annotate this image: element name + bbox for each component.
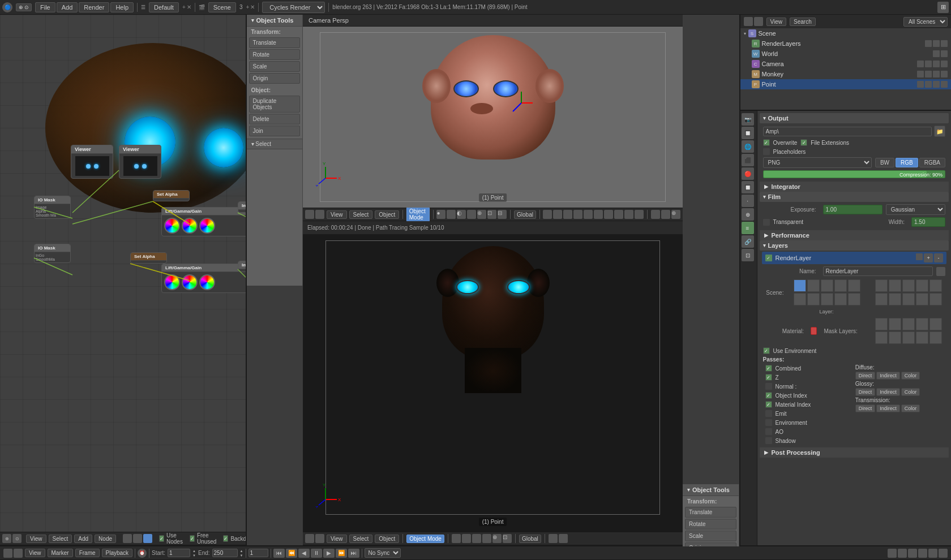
post-processing-header[interactable]: ▶ Post Processing xyxy=(760,447,949,458)
search-btn-outliner[interactable]: Search xyxy=(790,18,816,26)
folder-btn[interactable]: 📁 xyxy=(934,126,945,137)
m-layer-6[interactable] xyxy=(875,331,888,344)
global-selector-top[interactable]: Global xyxy=(514,210,536,219)
layer-6[interactable] xyxy=(594,210,603,219)
extra-2[interactable] xyxy=(661,210,670,219)
rl-add-btn[interactable]: + xyxy=(924,253,933,262)
compression-slider[interactable]: Compression: 90% xyxy=(763,170,946,178)
phys-prop-icon[interactable]: ⊕ xyxy=(742,208,754,221)
delete-btn-1[interactable]: Delete xyxy=(249,114,300,124)
translate-btn-2[interactable]: Translate xyxy=(685,507,736,518)
skip-start-btn[interactable]: ⏮ xyxy=(273,549,285,558)
tree-item-camera[interactable]: C Camera xyxy=(740,59,951,69)
tree-item-scene[interactable]: ▾ S Scene xyxy=(740,28,951,38)
width-slider[interactable]: 1.50 xyxy=(911,217,945,227)
m-layer-8[interactable] xyxy=(902,331,915,344)
filter-select[interactable]: Gaussian xyxy=(886,204,945,215)
output-header[interactable]: ▾ Output xyxy=(760,113,949,123)
layer-7[interactable] xyxy=(604,210,613,219)
disp-7[interactable]: ⊟ xyxy=(498,210,507,219)
output-path-input[interactable] xyxy=(763,127,932,136)
tex-prop-icon[interactable]: 🔲 xyxy=(742,181,754,193)
material-color[interactable] xyxy=(811,327,817,335)
view-btn-bottom[interactable]: View xyxy=(327,535,347,543)
global-selector-bottom[interactable]: Global xyxy=(519,535,541,543)
r-layer-9[interactable] xyxy=(916,293,928,305)
diffuse-direct-btn[interactable]: Direct xyxy=(855,372,876,380)
tree-item-renderlayers[interactable]: R RenderLayers xyxy=(740,38,951,49)
tl-r-icon-2[interactable] xyxy=(898,549,907,558)
performance-header[interactable]: ▶ Performance xyxy=(760,230,949,240)
vis-3[interactable] xyxy=(941,40,948,47)
extra-b2[interactable] xyxy=(559,534,568,543)
tree-item-point[interactable]: P Point xyxy=(740,79,951,89)
node-io-mask-1[interactable]: IO Mask Image Alpha Smooth Ma xyxy=(34,196,71,219)
help-menu[interactable]: Help xyxy=(110,2,134,12)
con-prop-icon[interactable]: 🔗 xyxy=(742,235,754,248)
join-btn-1[interactable]: Join xyxy=(249,126,300,136)
disp-3[interactable]: ◐ xyxy=(457,210,466,219)
vis-p2[interactable] xyxy=(925,81,932,88)
rgb-btn[interactable]: RGB xyxy=(896,158,918,167)
view-btn-top[interactable]: View xyxy=(327,210,347,219)
vp-b-icon-2[interactable] xyxy=(315,534,324,543)
node-viewer-2[interactable]: Viewer xyxy=(119,145,161,179)
vis-p3[interactable] xyxy=(933,81,940,88)
layer-5[interactable] xyxy=(584,210,593,219)
layers-header[interactable]: ▾ Layers xyxy=(760,240,949,251)
trans-indirect-btn[interactable]: Indirect xyxy=(876,404,900,412)
name-edit-btn[interactable] xyxy=(936,267,945,276)
m-layer-10[interactable] xyxy=(929,331,942,344)
z-check[interactable]: ✓ xyxy=(765,374,772,381)
free-unused-check[interactable]: ✓ xyxy=(190,535,195,542)
vis-w2[interactable] xyxy=(941,50,948,57)
rl-del-btn[interactable]: - xyxy=(934,253,943,262)
vis-m4[interactable] xyxy=(941,71,948,77)
tl-icon-1[interactable] xyxy=(3,549,12,558)
marker-btn-timeline[interactable]: Marker xyxy=(48,549,73,557)
part-prop-icon[interactable]: · xyxy=(742,195,754,207)
node-viewer-1[interactable]: Viewer xyxy=(71,145,113,179)
select-btn-top[interactable]: Select xyxy=(349,210,373,219)
tl-icon-2[interactable] xyxy=(14,549,23,558)
disp-5[interactable]: ⊕ xyxy=(477,210,486,219)
ao-check[interactable] xyxy=(765,428,772,435)
clock-icon[interactable]: ⏰ xyxy=(138,549,147,558)
view-btn-outliner[interactable]: View xyxy=(766,18,787,26)
environment-check[interactable] xyxy=(765,419,772,426)
skip-end-btn[interactable]: ⏭ xyxy=(348,549,359,558)
vp-b-icon-1[interactable] xyxy=(305,534,314,543)
tl-r-icon-1[interactable] xyxy=(888,549,897,558)
vis-m3[interactable] xyxy=(933,71,940,77)
select-btn-bottom[interactable]: Select xyxy=(349,535,373,543)
node-display-3[interactable] xyxy=(143,534,152,543)
r-layer-1[interactable] xyxy=(875,279,888,292)
scene-name[interactable]: Scene xyxy=(208,2,236,12)
node-editor-bg[interactable]: Viewer Viewer IO Mask xyxy=(0,15,246,545)
exposure-slider[interactable]: 1.00 xyxy=(823,205,883,214)
fullscreen-btn[interactable]: ⊞ xyxy=(937,2,949,13)
duplicate-btn-1[interactable]: Duplicate Objects xyxy=(249,96,300,113)
m-layer-7[interactable] xyxy=(889,331,901,344)
rotate-btn-2[interactable]: Rotate xyxy=(685,519,736,529)
view-btn-timeline[interactable]: View xyxy=(25,549,45,557)
r-layer-4[interactable] xyxy=(916,279,928,292)
tree-item-monkey[interactable]: M Monkey xyxy=(740,69,951,79)
node-display-1[interactable] xyxy=(123,534,132,543)
rotate-btn-1[interactable]: Rotate xyxy=(249,49,300,60)
start-input[interactable] xyxy=(168,549,190,557)
play-reverse-btn[interactable]: ◀ xyxy=(298,549,310,558)
r-layer-10[interactable] xyxy=(929,293,942,305)
render-engine-selector[interactable]: Cycles Render xyxy=(262,2,325,13)
r-layer-8[interactable] xyxy=(902,293,915,305)
select-section-1[interactable]: ▾ Select xyxy=(247,139,302,149)
use-nodes-check[interactable]: ✓ xyxy=(159,535,164,542)
node-icon-2[interactable]: ⊙ xyxy=(12,534,22,543)
vis-c1[interactable] xyxy=(917,61,924,67)
scene-prop-icon[interactable]: 🔲 xyxy=(742,127,754,139)
end-spinners[interactable]: ▲ ▼ xyxy=(240,549,243,558)
node-lift-gamma-1[interactable]: Lift/Gamma/Gain xyxy=(161,207,247,236)
m-layer-1[interactable] xyxy=(875,318,888,330)
vis-c2[interactable] xyxy=(925,61,932,67)
vis-2[interactable] xyxy=(933,40,940,47)
